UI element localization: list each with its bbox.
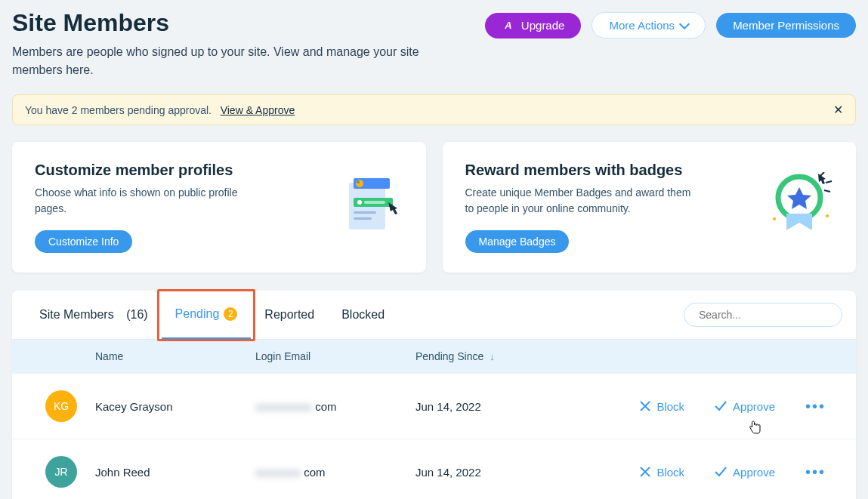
badge-illustration: [765, 172, 833, 240]
member-name: John Reed: [95, 466, 255, 479]
customize-desc: Choose what info is shown on public prof…: [35, 185, 261, 217]
badges-desc: Create unique Member Badges and award th…: [465, 185, 692, 217]
approve-button[interactable]: Approve: [715, 400, 775, 413]
tab-reported-label: Reported: [264, 308, 314, 322]
table-row: JR John Reed xxxxxxxx com Jun 14, 2022 B…: [12, 439, 856, 499]
pending-approval-banner: You have 2 members pending approval. Vie…: [12, 94, 856, 125]
svg-point-3: [357, 180, 360, 183]
members-panel: Site Members (16) Pending 2 Reported Blo…: [12, 291, 856, 499]
tab-pending[interactable]: Pending 2: [162, 291, 252, 340]
table-row: KG Kacey Grayson xxxxxxxxxx com Jun 14, …: [12, 373, 856, 439]
sort-down-icon: ↓: [490, 351, 495, 362]
banner-text: You have 2 members pending approval.: [25, 104, 212, 116]
page-subtitle: Members are people who signed up to your…: [12, 43, 443, 79]
col-pending-since[interactable]: Pending Since ↓: [415, 350, 589, 362]
block-button[interactable]: Block: [640, 400, 684, 413]
tab-site-members[interactable]: Site Members (16): [26, 291, 162, 338]
col-name[interactable]: Name: [95, 350, 255, 362]
search-icon: [695, 309, 696, 321]
more-options-icon[interactable]: •••: [805, 464, 826, 481]
svg-rect-8: [354, 217, 372, 220]
view-approve-link[interactable]: View & Approve: [221, 104, 295, 116]
svg-point-13: [773, 217, 776, 220]
customize-info-button[interactable]: Customize Info: [35, 230, 132, 253]
tabs-row: Site Members (16) Pending 2 Reported Blo…: [12, 291, 856, 340]
chevron-down-icon: [679, 18, 690, 29]
search-input[interactable]: [699, 309, 831, 321]
x-icon: [640, 467, 650, 477]
pending-since-value: Jun 14, 2022: [415, 466, 589, 479]
avatar: JR: [45, 456, 77, 488]
approve-button[interactable]: Approve: [715, 466, 775, 479]
table-header: Name Login Email Pending Since ↓: [12, 340, 856, 373]
search-field[interactable]: [684, 303, 842, 327]
avatar: KG: [45, 390, 77, 422]
tab-blocked[interactable]: Blocked: [328, 291, 398, 338]
upgrade-icon: A: [502, 19, 515, 32]
more-actions-button[interactable]: More Actions: [592, 12, 706, 39]
tab-pending-label: Pending: [175, 307, 220, 321]
member-permissions-button[interactable]: Member Permissions: [716, 13, 856, 38]
check-icon: [715, 401, 727, 411]
upgrade-button[interactable]: A Upgrade: [485, 13, 582, 39]
svg-line-11: [824, 190, 830, 192]
upgrade-label: Upgrade: [521, 19, 565, 32]
svg-line-10: [826, 181, 832, 183]
more-options-icon[interactable]: •••: [805, 398, 826, 415]
svg-point-2: [356, 180, 363, 187]
block-button[interactable]: Block: [640, 466, 684, 479]
x-icon: [640, 401, 650, 411]
permissions-label: Member Permissions: [733, 19, 839, 32]
more-actions-label: More Actions: [609, 19, 675, 32]
member-email: xxxxxxxxxx com: [255, 400, 415, 413]
svg-point-14: [826, 214, 829, 217]
svg-point-5: [357, 200, 362, 205]
profile-card-illustration: [343, 172, 403, 240]
header-action-bar: A Upgrade More Actions Member Permission…: [485, 9, 856, 39]
manage-badges-button[interactable]: Manage Badges: [465, 230, 570, 253]
svg-rect-7: [354, 211, 376, 214]
close-icon[interactable]: ✕: [833, 103, 843, 117]
col-email[interactable]: Login Email: [255, 350, 415, 362]
svg-rect-6: [364, 201, 385, 204]
badges-card: Reward members with badges Create unique…: [443, 142, 857, 273]
member-email: xxxxxxxx com: [255, 466, 415, 479]
member-name: Kacey Grayson: [95, 400, 255, 413]
pending-since-value: Jun 14, 2022: [415, 400, 589, 413]
cursor-hand-icon: [749, 420, 761, 434]
customize-profiles-card: Customize member profiles Choose what in…: [12, 142, 426, 273]
tab-members-count: (16): [126, 308, 147, 322]
check-icon: [715, 467, 727, 477]
tab-reported[interactable]: Reported: [251, 291, 328, 338]
tab-blocked-label: Blocked: [341, 308, 385, 322]
page-title: Site Members: [12, 9, 169, 37]
pending-badge: 2: [224, 307, 237, 321]
tab-members-label: Site Members: [39, 308, 114, 322]
